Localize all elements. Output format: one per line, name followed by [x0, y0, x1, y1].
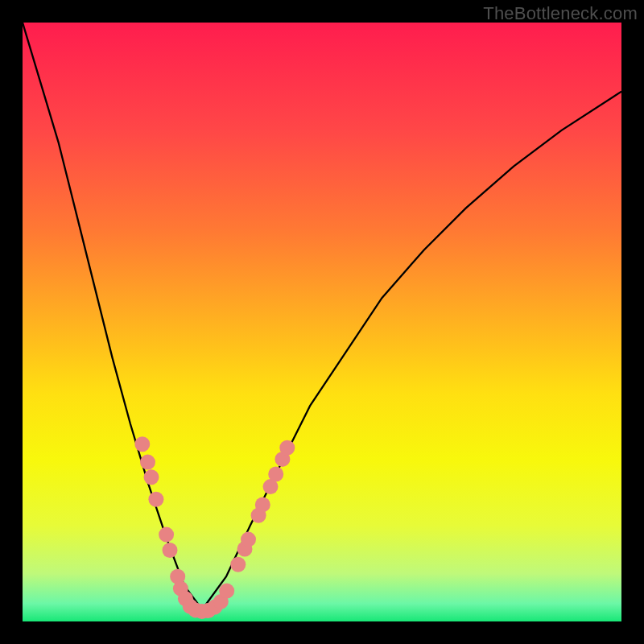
data-dot	[268, 467, 283, 482]
data-dot	[159, 527, 174, 543]
data-dot	[219, 584, 234, 599]
data-dot	[241, 532, 256, 547]
data-dot	[140, 455, 155, 470]
data-dot	[279, 440, 295, 456]
data-dot	[163, 543, 178, 558]
watermark-text: TheBottleneck.com	[483, 3, 638, 24]
data-dot	[148, 492, 163, 507]
chart-stage: TheBottleneck.com	[0, 0, 644, 644]
data-dot	[230, 557, 246, 572]
data-dot	[134, 436, 150, 452]
data-dot	[255, 497, 270, 512]
data-dot	[144, 469, 159, 485]
dot-series	[23, 23, 621, 621]
plot-area	[23, 23, 621, 621]
